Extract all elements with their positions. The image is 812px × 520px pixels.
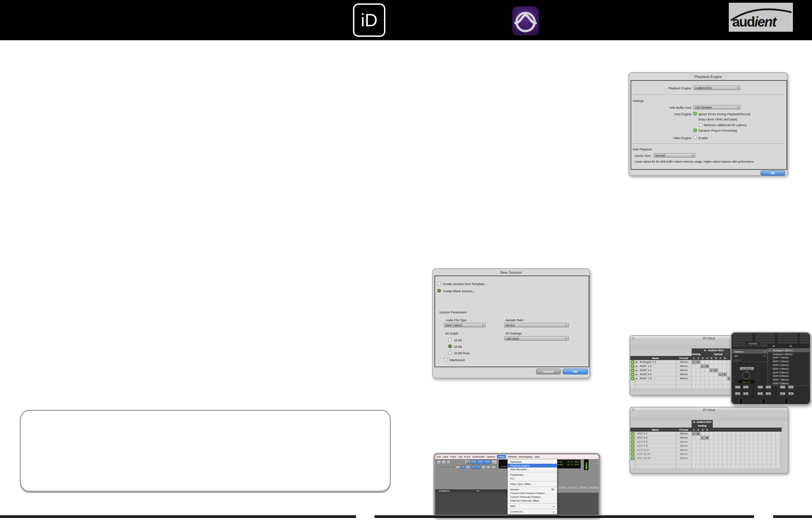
mini-button[interactable] xyxy=(481,466,486,469)
submenu-item-adat-5[interactable]: ADAT 5 (Mono) xyxy=(768,371,810,374)
pan-knob[interactable] xyxy=(742,372,750,379)
submenu-item-analogue-2[interactable]: Analogue 2 (Mono) xyxy=(768,352,810,356)
submenu-item-adat-4[interactable]: ADAT 4 (Mono) xyxy=(768,367,810,371)
io-settings-dropdown[interactable]: Last Used ▼ xyxy=(504,336,569,341)
row-enable-checkbox[interactable]: ✓ xyxy=(631,377,634,380)
row-enable-checkbox[interactable]: ✓ xyxy=(631,440,634,444)
mini-button[interactable] xyxy=(456,466,460,469)
trim-tool-button[interactable] xyxy=(471,460,477,464)
mute-button[interactable]: M xyxy=(788,392,794,395)
transport-button[interactable] xyxy=(446,460,451,464)
channel-assign-cell[interactable]: L xyxy=(692,432,696,436)
record-enable-button[interactable]: ● xyxy=(766,386,771,389)
transport-button[interactable] xyxy=(442,460,446,464)
solo-button[interactable]: S xyxy=(780,392,785,395)
input-monitor-button[interactable]: i xyxy=(757,386,763,389)
menu-item-disk-allocation[interactable]: Disk Allocation... xyxy=(508,467,557,471)
input-monitor-button[interactable]: i xyxy=(735,386,740,389)
menu-item-io[interactable]: I/O... xyxy=(508,477,557,480)
row-enable-checkbox[interactable]: ✓ xyxy=(631,360,634,364)
row-enable-checkbox[interactable]: ✓ xyxy=(631,369,634,372)
channel-assign-cell[interactable]: L xyxy=(692,360,696,364)
channel-assign-cell[interactable]: R xyxy=(696,432,700,436)
no-input-chip[interactable]: no input xyxy=(745,342,761,345)
mini-button[interactable] xyxy=(486,466,491,469)
menu-item-hardware[interactable]: Hardware... xyxy=(508,460,557,464)
channel-assign-cell[interactable]: R xyxy=(705,364,709,368)
row-enable-checkbox[interactable]: ✓ xyxy=(631,373,634,376)
disclosure-triangle-icon[interactable]: ▶ xyxy=(636,373,638,375)
selector-tool-button[interactable] xyxy=(477,460,484,464)
close-icon[interactable] xyxy=(632,337,634,339)
menu-clip[interactable]: Clip xyxy=(458,455,462,458)
menu-edit[interactable]: Edit xyxy=(437,455,441,458)
solo-button[interactable]: S xyxy=(735,392,740,395)
interleaved-checkbox[interactable] xyxy=(444,358,447,361)
menu-item-connect-to[interactable]: Connect to...▶ xyxy=(508,510,557,514)
menu-setup[interactable]: Setup xyxy=(497,455,506,459)
fader-handle[interactable] xyxy=(785,399,787,404)
submenu-item-adat-1[interactable]: ADAT 1 (Mono) xyxy=(768,356,810,360)
disclosure-triangle-icon[interactable]: ▶ xyxy=(636,361,638,363)
menu-item-feet-frames-position[interactable]: Current Feet+Frames Position... xyxy=(508,491,557,495)
menu-options[interactable]: Options xyxy=(486,455,495,458)
transport-button[interactable] xyxy=(437,460,441,464)
engine-dropdown[interactable]: Audient iD14 ▼ xyxy=(693,86,740,90)
disclosure-triangle-icon[interactable]: ▶ xyxy=(636,369,638,371)
caret-down-icon[interactable]: ▼ xyxy=(578,461,579,463)
menu-item-timecode-offset[interactable]: External Timecode Offset... xyxy=(508,499,557,503)
row-enable-checkbox[interactable]: ✓ xyxy=(631,457,634,460)
mute-button[interactable]: M xyxy=(766,392,771,395)
bit-16-radio[interactable] xyxy=(448,338,452,342)
mini-button[interactable] xyxy=(461,466,465,469)
channel-assign-cell[interactable]: R xyxy=(723,372,727,376)
solo-button[interactable]: S xyxy=(757,392,763,395)
channel-assign-cell[interactable]: L xyxy=(700,364,705,368)
mini-button[interactable] xyxy=(491,466,496,469)
menu-marketplace[interactable]: Marketplace xyxy=(519,455,533,458)
group-selector-chip[interactable]: no group ▾ xyxy=(740,367,754,370)
input-monitor-button[interactable]: i xyxy=(780,386,785,389)
menu-item-midi[interactable]: MIDI▶ xyxy=(508,504,557,508)
pan-display[interactable]: pan ◂ 0 ▸ xyxy=(738,380,755,383)
create-blank-session-radio[interactable] xyxy=(437,289,441,293)
channel-assign-cell[interactable]: R xyxy=(696,360,700,364)
row-enable-checkbox[interactable]: ✓ xyxy=(631,436,634,440)
track-list-panel[interactable] xyxy=(435,493,514,517)
menu-item-peripherals[interactable]: Peripherals... xyxy=(508,473,557,477)
nudge-value[interactable]: 0| 0| 240 xyxy=(567,463,578,465)
bit-32-radio[interactable] xyxy=(448,351,452,355)
channel-assign-cell[interactable]: L xyxy=(718,372,723,376)
menu-item-playback-engine[interactable]: Playback Engine... xyxy=(508,464,557,467)
menu-item-interface[interactable]: interface▶ xyxy=(733,350,767,354)
record-enable-button[interactable]: ● xyxy=(788,386,794,389)
grabber-tool-button[interactable] xyxy=(484,460,490,464)
menu-window[interactable]: Window xyxy=(508,455,517,458)
mute-button[interactable]: M xyxy=(743,392,749,395)
buffer-dropdown[interactable]: 128 Samples ▼ xyxy=(693,105,740,109)
create-from-template-radio[interactable] xyxy=(437,282,441,285)
menu-audiosuite[interactable]: AudioSuite xyxy=(472,455,485,458)
caret-down-icon[interactable]: ▼ xyxy=(578,463,579,465)
disclosure-triangle-icon[interactable]: ▶ xyxy=(636,365,638,367)
disclosure-triangle-icon[interactable]: ▶ xyxy=(636,377,638,380)
video-enable-checkbox[interactable] xyxy=(693,136,697,139)
menu-view[interactable]: View xyxy=(443,455,448,458)
ok-button[interactable]: OK xyxy=(761,170,785,176)
dynamic-plugin-checkbox[interactable]: ✓ xyxy=(693,129,697,132)
row-enable-checkbox[interactable]: ✓ xyxy=(631,432,634,435)
track-number-buttons[interactable]: 1 2 3 4 5 xyxy=(437,466,454,468)
scrubber-tool-button[interactable] xyxy=(492,460,497,464)
fader-handle[interactable] xyxy=(740,399,742,404)
menu-help[interactable]: Help xyxy=(534,455,540,458)
ignore-errors-checkbox[interactable]: ✓ xyxy=(693,112,697,115)
row-enable-checkbox[interactable]: ✓ xyxy=(631,452,634,456)
fader-handle[interactable] xyxy=(762,399,765,404)
submenu-item-analogue-1[interactable]: ✓Analogue 1 (Mono) xyxy=(768,348,810,352)
row-enable-checkbox[interactable]: ✓ xyxy=(631,444,634,448)
channel-assign-cell[interactable]: R xyxy=(714,368,718,372)
ok-button[interactable]: OK xyxy=(563,369,588,374)
record-enable-button[interactable]: ● xyxy=(743,386,749,389)
minimize-latency-checkbox[interactable] xyxy=(699,123,702,127)
mini-button[interactable] xyxy=(471,466,475,469)
